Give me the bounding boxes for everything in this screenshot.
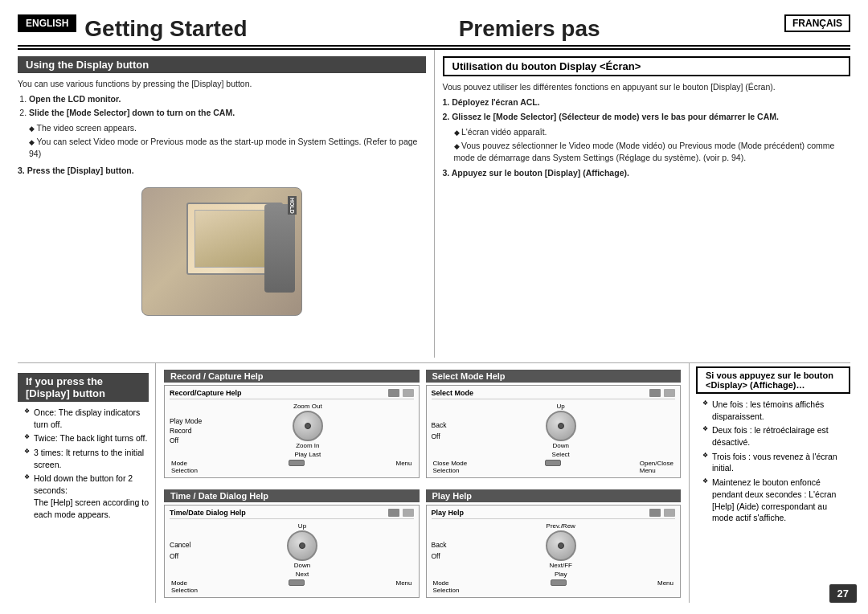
play-diagram: Play Help Back Off Prev./R — [426, 505, 682, 598]
ph-btn — [551, 579, 567, 586]
record-capture-heading: Record / Capture Help — [164, 370, 420, 383]
td-joystick: Cancel Off Up Down Next — [170, 522, 414, 578]
lang-badge-fr: FRANÇAIS — [784, 14, 850, 32]
bullet2-en: You can select Video mode or Previous mo… — [29, 136, 426, 160]
sm-center-dot — [558, 423, 564, 429]
td-labels-left: Cancel Off — [170, 541, 190, 560]
title-fr: Premiers pas — [411, 14, 784, 42]
camera-image: HOLD — [141, 187, 302, 316]
ph-icons — [649, 509, 675, 517]
ph-icon2 — [664, 509, 675, 517]
sm-btn — [545, 460, 561, 466]
main-content: Using the Display button You can use var… — [18, 48, 850, 358]
camera-screen-inner — [194, 210, 275, 268]
select-mode-heading: Select Mode Help — [426, 370, 682, 383]
select-mode-box: Select Mode Help Select Mode Back — [423, 363, 685, 483]
sm-joystick-circle — [546, 411, 576, 441]
record-capture-diagram: Record/Capture Help Play Mode Record Off — [164, 385, 420, 478]
sm-labels-left: Back Off — [432, 421, 447, 440]
fr-dbullet-2: Deux fois : le rétroéclairage est désact… — [702, 424, 850, 448]
help-diagrams: Record / Capture Help Record/Capture Hel… — [156, 363, 690, 603]
ph-joystick: Back Off Prev./Rew Next/FF Play — [432, 522, 676, 578]
page-number: 27 — [829, 584, 857, 603]
sm-icon1 — [649, 389, 661, 397]
intro-fr: Vous pouvez utiliser les différentes fon… — [443, 81, 851, 93]
dbullet-1: Once: The display indicators turn off. — [24, 407, 149, 430]
ph-joystick-circle — [546, 530, 576, 561]
record-capture-box: Record / Capture Help Record/Capture Hel… — [161, 363, 423, 483]
header-row: ENGLISH Getting Started Premiers pas FRA… — [18, 14, 850, 47]
step2-en: Slide the [Mode Selector] down to turn o… — [29, 107, 426, 119]
sm-title-row: Select Mode — [432, 389, 676, 399]
td-joystick-circle — [287, 530, 317, 561]
title-en: Getting Started — [81, 14, 410, 42]
section-heading-en: Using the Display button — [18, 56, 426, 73]
rc-joystick-center: Zoom Out Zoom In Play Last — [293, 403, 323, 458]
time-date-box: Time / Date Dialog Help Time/Date Dialog… — [161, 483, 423, 603]
step1-en: Open the LCD monitor. — [29, 93, 426, 105]
td-bottom-labels: ModeSelection Menu — [170, 579, 414, 594]
bottom-row: If you press the [Display] button Once: … — [18, 362, 850, 603]
play-help-box: Play Help Play Help Back Off — [423, 483, 685, 603]
dbullet-4: Hold down the button for 2 seconds: The … — [24, 473, 149, 520]
bullet1-en: The video screen appears. — [29, 122, 426, 134]
fr-display-bullets: Une fois : les témoins affichés disparai… — [696, 399, 850, 524]
time-date-diagram: Time/Date Dialog Help Cancel Off — [164, 505, 420, 598]
ph-labels-left: Back Off — [432, 541, 447, 560]
fr-display-heading: Si vous appuyez sur le bouton <Display> … — [696, 366, 850, 394]
ph-bottom-labels: ModeSelection Menu — [432, 579, 676, 594]
td-joystick-center: Up Down Next — [287, 522, 317, 578]
ph-joystick-center: Prev./Rew Next/FF Play — [546, 522, 576, 578]
rc-labels-left: Play Mode Record Off — [170, 417, 202, 444]
td-icon1 — [388, 509, 399, 517]
rc-joystick: Play Mode Record Off Zoom Out Zoom In Pl… — [170, 403, 414, 458]
fr-bullet1: L'écran vidéo apparaît. — [454, 126, 851, 138]
steps-en: Open the LCD monitor. Slide the [Mode Se… — [18, 93, 426, 162]
fr-dbullet-3: Trois fois : vous revenez à l'écran init… — [702, 451, 850, 474]
steps-fr: 1. Déployez l'écran ACL. 2. Glissez le [… — [443, 96, 851, 179]
td-btn — [289, 579, 305, 586]
fr-dbullet-4: Maintenez le bouton enfoncé pendant deux… — [702, 477, 850, 524]
intro-en: You can use various functions by pressin… — [18, 78, 426, 90]
play-help-heading: Play Help — [426, 489, 682, 502]
step3-en: 3. Press the [Display] button. — [18, 165, 426, 177]
col-english: Using the Display button You can use var… — [18, 50, 435, 358]
rc-icon2 — [403, 389, 414, 397]
rc-icons — [388, 389, 414, 397]
hold-label: HOLD — [288, 196, 297, 215]
ph-icon1 — [649, 509, 661, 517]
section-heading-fr: Utilisation du bouton Display <Écran> — [443, 56, 851, 76]
fr-display-panel: Si vous appuyez sur le bouton <Display> … — [690, 363, 850, 603]
td-title-row: Time/Date Dialog Help — [170, 509, 414, 519]
rc-btn — [289, 460, 305, 466]
fr-bullet2: Vous pouvez sélectionner le Video mode (… — [454, 140, 851, 164]
col-french: Utilisation du bouton Display <Écran> Vo… — [435, 50, 851, 358]
rc-center-dot — [305, 423, 311, 429]
sm-bottom-labels: Close ModeSelection Open/CloseMenu — [432, 460, 676, 474]
rc-bottom-labels: ModeSelection Menu — [170, 460, 414, 474]
td-icon2 — [403, 509, 414, 517]
sm-joystick-center: Up Down Select — [546, 403, 576, 458]
fr-dbullet-1: Une fois : les témoins affichés disparai… — [702, 399, 850, 422]
sm-icon2 — [664, 389, 675, 397]
dbullet-2: Twice: The back light turns off. — [24, 432, 149, 444]
sm-joystick: Back Off Up Down Select — [432, 403, 676, 458]
display-heading-en: If you press the [Display] button — [18, 373, 149, 402]
display-button-panel: If you press the [Display] button Once: … — [18, 363, 156, 603]
time-date-heading: Time / Date Dialog Help — [164, 489, 420, 502]
sm-icons — [649, 389, 675, 397]
display-bullets-en: Once: The display indicators turn off. T… — [18, 407, 149, 520]
ph-center-dot — [558, 542, 564, 549]
select-mode-diagram: Select Mode Back Off Up — [426, 385, 682, 478]
lang-badge-en: ENGLISH — [18, 14, 76, 32]
dbullet-3: 3 times: It returns to the initial scree… — [24, 447, 149, 470]
td-center-dot — [299, 542, 305, 549]
td-icons — [388, 509, 414, 517]
camera-body-right — [264, 204, 295, 293]
rc-title-row: Record/Capture Help — [170, 389, 414, 399]
rc-joystick-circle — [293, 411, 323, 441]
ph-title-row: Play Help — [432, 509, 676, 519]
rc-icon1 — [388, 389, 399, 397]
